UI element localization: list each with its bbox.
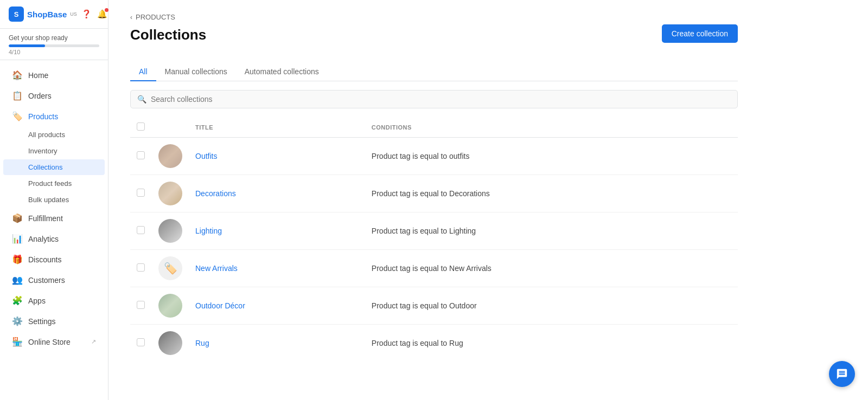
row-checkbox[interactable] (137, 263, 145, 272)
row-checkbox[interactable] (137, 338, 145, 346)
breadcrumb-link[interactable]: PRODUCTS (136, 13, 175, 21)
row-checkbox-cell (130, 138, 152, 175)
collection-thumbnail (158, 294, 182, 318)
tabs-bar: All Manual collections Automated collect… (130, 63, 738, 81)
condition-text: Product tag is equal to Outdoor (372, 301, 477, 310)
row-checkbox[interactable] (137, 189, 145, 197)
search-icon: 🔍 (137, 95, 146, 104)
sidebar-item-settings-label: Settings (28, 317, 56, 326)
condition-text: Product tag is equal to Rug (372, 339, 463, 347)
sidebar-item-all-products[interactable]: All products (3, 127, 105, 143)
search-input[interactable] (151, 95, 731, 104)
select-all-checkbox[interactable] (137, 122, 145, 131)
table-row: Decorations Product tag is equal to Deco… (130, 175, 738, 212)
sidebar-item-customers[interactable]: 👥 Customers (3, 270, 105, 290)
customers-icon: 👥 (12, 275, 23, 285)
progress-bar-track (9, 44, 99, 47)
condition-text: Product tag is equal to New Arrivals (372, 264, 492, 273)
sidebar-item-apps[interactable]: 🧩 Apps (3, 291, 105, 311)
help-icon[interactable]: ❓ (81, 9, 92, 19)
row-conditions-cell: Product tag is equal to Decorations (365, 175, 738, 212)
sidebar-item-apps-label: Apps (28, 296, 46, 305)
row-conditions-cell: Product tag is equal to Outdoor (365, 287, 738, 325)
progress-bar-fill (9, 44, 45, 47)
notification-dot (105, 8, 108, 12)
row-image-cell: 🏷️ (152, 250, 189, 287)
breadcrumb: ‹ PRODUCTS (130, 13, 206, 21)
row-image-cell (152, 287, 189, 325)
condition-text: Product tag is equal to outfits (372, 152, 470, 160)
tag-placeholder-icon: 🏷️ (164, 262, 177, 275)
breadcrumb-arrow: ‹ (130, 14, 132, 21)
sidebar-item-inventory[interactable]: Inventory (3, 143, 105, 159)
shopbase-logo[interactable]: S ShopBase US (9, 7, 77, 22)
row-title-cell: Outdoor Décor (189, 287, 365, 325)
table-row: Rug Product tag is equal to Rug (130, 325, 738, 362)
header-checkbox-col (130, 117, 152, 138)
collection-link[interactable]: Lighting (195, 227, 222, 235)
row-image-cell (152, 212, 189, 250)
sidebar-item-home-label: Home (28, 71, 48, 80)
sidebar-item-discounts-label: Discounts (28, 255, 61, 264)
row-checkbox[interactable] (137, 226, 145, 234)
row-conditions-cell: Product tag is equal to outfits (365, 138, 738, 175)
sidebar-item-online-store[interactable]: 🏪 Online Store ↗ (3, 332, 105, 352)
table-header-row: TITLE CONDITIONS (130, 117, 738, 138)
row-image-cell (152, 325, 189, 362)
collection-link[interactable]: Outfits (195, 152, 217, 160)
sidebar-item-online-store-label: Online Store (28, 338, 71, 346)
collection-link[interactable]: New Arrivals (195, 264, 238, 273)
sidebar-item-fulfillment-label: Fulfillment (28, 214, 63, 223)
search-bar[interactable]: 🔍 (130, 90, 738, 108)
logo-text: ShopBase (27, 10, 67, 19)
bulk-updates-label: Bulk updates (28, 196, 69, 204)
row-image-cell (152, 175, 189, 212)
row-checkbox-cell (130, 175, 152, 212)
page-header: ‹ PRODUCTS Collections (130, 13, 206, 54)
sidebar-item-analytics-label: Analytics (28, 235, 59, 243)
row-checkbox[interactable] (137, 301, 145, 309)
sidebar-item-products[interactable]: 🏷️ Products (3, 106, 105, 126)
row-checkbox-cell (130, 212, 152, 250)
sidebar-nav: 🏠 Home 📋 Orders 🏷️ Products All products… (0, 60, 108, 400)
sidebar-item-orders[interactable]: 📋 Orders (3, 86, 105, 106)
table-row: 🏷️ New Arrivals Product tag is equal to … (130, 250, 738, 287)
external-link-icon: ↗ (91, 338, 96, 345)
sidebar-item-product-feeds[interactable]: Product feeds (3, 176, 105, 191)
collections-table: TITLE CONDITIONS Outfits Product tag is … (130, 117, 738, 362)
sidebar-item-analytics[interactable]: 📊 Analytics (3, 229, 105, 249)
collection-link[interactable]: Outdoor Décor (195, 301, 245, 310)
row-checkbox[interactable] (137, 151, 145, 159)
notification-icon[interactable]: 🔔 (97, 9, 107, 19)
create-collection-button[interactable]: Create collection (662, 24, 738, 43)
sidebar-item-home[interactable]: 🏠 Home (3, 65, 105, 85)
collection-thumbnail (158, 182, 182, 205)
collection-thumbnail (158, 219, 182, 243)
row-title-cell: Rug (189, 325, 365, 362)
collection-link[interactable]: Decorations (195, 189, 236, 198)
tab-automated-collections[interactable]: Automated collections (236, 63, 328, 81)
table-row: Lighting Product tag is equal to Lightin… (130, 212, 738, 250)
logo-icon: S (9, 7, 24, 22)
online-store-icon: 🏪 (12, 337, 23, 347)
sidebar-item-fulfillment[interactable]: 📦 Fulfillment (3, 208, 105, 228)
collection-thumbnail (158, 144, 182, 168)
chat-icon (836, 368, 848, 380)
sidebar-item-settings[interactable]: ⚙️ Settings (3, 311, 105, 331)
sidebar-item-discounts[interactable]: 🎁 Discounts (3, 249, 105, 269)
sidebar: S ShopBase US ❓ 🔔 Get your shop ready 4/… (0, 0, 108, 400)
tab-all[interactable]: All (130, 63, 156, 81)
sidebar-item-collections[interactable]: Collections (3, 159, 105, 175)
products-sub-nav: All products Inventory Collections Produ… (0, 127, 108, 208)
collection-thumbnail: 🏷️ (158, 256, 182, 280)
tab-manual-collections[interactable]: Manual collections (156, 63, 236, 81)
analytics-icon: 📊 (12, 234, 23, 244)
row-title-cell: New Arrivals (189, 250, 365, 287)
collection-link[interactable]: Rug (195, 339, 209, 347)
row-checkbox-cell (130, 287, 152, 325)
sidebar-item-bulk-updates[interactable]: Bulk updates (3, 192, 105, 208)
fulfillment-icon: 📦 (12, 213, 23, 223)
row-title-cell: Lighting (189, 212, 365, 250)
row-conditions-cell: Product tag is equal to Lighting (365, 212, 738, 250)
chat-button[interactable] (829, 361, 855, 387)
